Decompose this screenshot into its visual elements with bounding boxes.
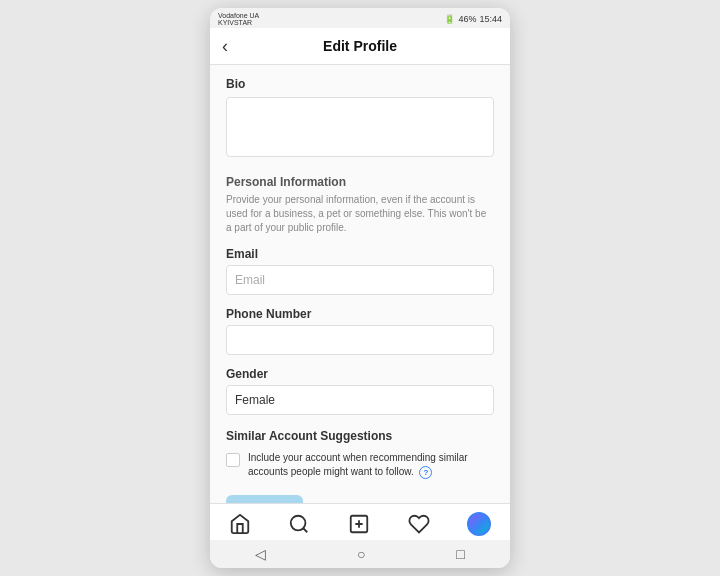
phone-label: Phone Number	[226, 307, 494, 321]
page-title: Edit Profile	[323, 38, 397, 54]
nav-heart[interactable]	[408, 513, 430, 535]
network-name: KYIVSTAR	[218, 19, 259, 26]
gender-input[interactable]	[226, 385, 494, 415]
phone-field-group: Phone Number	[226, 307, 494, 355]
android-home-button[interactable]: ○	[357, 546, 365, 562]
edit-profile-content: Bio Personal Information Provide your pe…	[210, 65, 510, 503]
status-bar: Vodafone UA KYIVSTAR 🔋 46% 15:44	[210, 8, 510, 28]
suggestions-checkbox-row: Include your account when recommending s…	[226, 451, 494, 479]
personal-info-section: Personal Information Provide your person…	[226, 175, 494, 235]
personal-info-description: Provide your personal information, even …	[226, 193, 494, 235]
carrier-info: Vodafone UA KYIVSTAR	[218, 12, 259, 26]
app-header: ‹ Edit Profile	[210, 28, 510, 65]
suggestions-checkbox[interactable]	[226, 453, 240, 467]
bio-input[interactable]	[226, 97, 494, 157]
android-nav: ◁ ○ □	[210, 540, 510, 568]
action-row: Submit Temporarily deactivate my account	[226, 495, 494, 503]
email-label: Email	[226, 247, 494, 261]
nav-search[interactable]	[288, 513, 310, 535]
bottom-nav	[210, 503, 510, 540]
gender-label: Gender	[226, 367, 494, 381]
phone-input[interactable]	[226, 325, 494, 355]
status-right: 🔋 46% 15:44	[444, 14, 502, 24]
android-recent-button[interactable]: □	[456, 546, 464, 562]
email-input[interactable]	[226, 265, 494, 295]
suggestions-text: Include your account when recommending s…	[248, 452, 468, 477]
clock: 15:44	[479, 14, 502, 24]
nav-home[interactable]	[229, 513, 251, 535]
nav-profile[interactable]	[467, 512, 491, 536]
help-badge[interactable]: ?	[419, 466, 432, 479]
suggestions-checkbox-label: Include your account when recommending s…	[248, 451, 494, 479]
back-button[interactable]: ‹	[222, 36, 228, 57]
svg-line-1	[304, 528, 308, 532]
suggestions-section: Similar Account Suggestions Include your…	[226, 429, 494, 479]
suggestions-title: Similar Account Suggestions	[226, 429, 494, 443]
gender-field-group: Gender	[226, 367, 494, 415]
bio-section: Bio	[226, 77, 494, 161]
svg-point-0	[291, 516, 306, 531]
carrier-name: Vodafone UA	[218, 12, 259, 19]
personal-info-title: Personal Information	[226, 175, 494, 189]
battery-percent: 46%	[458, 14, 476, 24]
android-back-button[interactable]: ◁	[255, 546, 266, 562]
nav-add[interactable]	[348, 513, 370, 535]
bio-label: Bio	[226, 77, 494, 91]
battery-icon: 🔋	[444, 14, 455, 24]
phone-frame: Vodafone UA KYIVSTAR 🔋 46% 15:44 ‹ Edit …	[210, 8, 510, 568]
submit-button[interactable]: Submit	[226, 495, 303, 503]
profile-avatar	[467, 512, 491, 536]
email-field-group: Email	[226, 247, 494, 295]
